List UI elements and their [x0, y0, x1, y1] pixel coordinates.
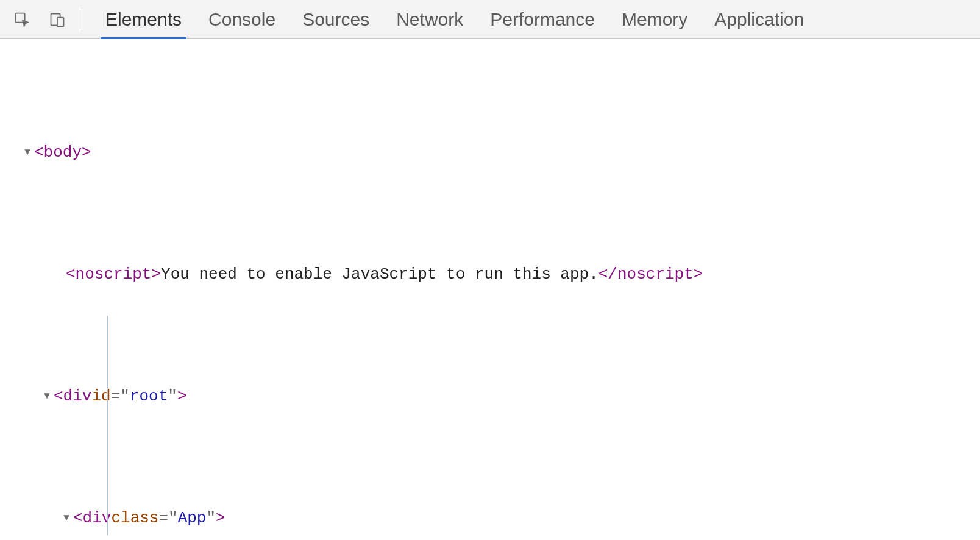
device-toggle-icon[interactable]: [44, 6, 71, 33]
tag-name: noscript: [617, 262, 694, 286]
tab-label: Network: [396, 9, 463, 30]
tab-sources[interactable]: Sources: [302, 0, 369, 38]
tab-label: Performance: [490, 9, 595, 30]
tab-label: Memory: [622, 9, 687, 30]
dom-node-body[interactable]: ▼ <body>: [0, 140, 980, 165]
tab-performance[interactable]: Performance: [490, 0, 595, 38]
devtools-toolbar: Elements Console Sources Network Perform…: [0, 0, 980, 39]
inspect-icon[interactable]: [9, 6, 35, 33]
toolbar-divider: [82, 7, 82, 32]
tab-network[interactable]: Network: [396, 0, 463, 38]
tab-label: Elements: [105, 9, 182, 30]
tag-name: noscript: [76, 262, 152, 286]
expand-toggle-icon[interactable]: ▼: [61, 506, 72, 530]
dom-node-div-root[interactable]: ▼ <div id="root">: [0, 384, 980, 408]
tab-elements[interactable]: Elements: [105, 0, 182, 38]
svg-rect-2: [57, 17, 64, 26]
expand-toggle-icon[interactable]: ▼: [41, 384, 52, 408]
expand-toggle-icon[interactable]: ▼: [22, 140, 33, 165]
tab-label: Application: [714, 9, 804, 30]
elements-dom-tree[interactable]: ▼ <body> ▶ <noscript>You need to enable …: [0, 39, 980, 540]
attr-value: root: [130, 384, 168, 408]
tab-application[interactable]: Application: [714, 0, 804, 38]
noscript-text: You need to enable JavaScript to run thi…: [161, 262, 598, 286]
attr-name: class: [111, 506, 158, 530]
dom-node-div-app[interactable]: ▼ <div class="App">: [0, 506, 980, 530]
tab-label: Sources: [302, 9, 369, 30]
tab-memory[interactable]: Memory: [622, 0, 687, 38]
devtools-tabs: Elements Console Sources Network Perform…: [93, 0, 804, 38]
tag-name: body: [44, 140, 82, 165]
tab-label: Console: [208, 9, 275, 30]
dom-node-noscript[interactable]: ▶ <noscript>You need to enable JavaScrip…: [0, 262, 980, 286]
tree-guide-line: [107, 316, 108, 535]
tab-console[interactable]: Console: [208, 0, 275, 38]
tag-name: div: [63, 384, 92, 408]
attr-value: App: [178, 506, 207, 530]
